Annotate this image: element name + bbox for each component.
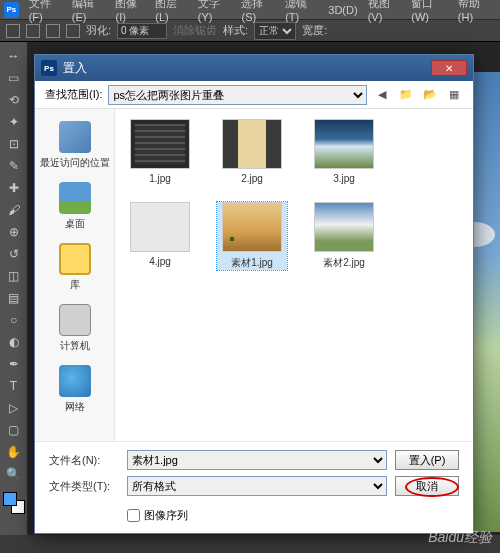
color-swatches[interactable]: [3, 492, 25, 514]
antialias-label: 消除锯齿: [173, 23, 217, 38]
filename-select[interactable]: 素材1.jpg: [127, 450, 387, 470]
file-item[interactable]: 2.jpg: [217, 119, 287, 184]
marquee-icon[interactable]: [6, 24, 20, 38]
menu-window[interactable]: 窗口(W): [407, 0, 451, 25]
heal-tool[interactable]: ✚: [3, 178, 25, 198]
fg-color[interactable]: [3, 492, 17, 506]
library-icon: [59, 243, 91, 275]
blur-tool[interactable]: ○: [3, 310, 25, 330]
cancel-button[interactable]: 取消: [395, 476, 459, 496]
gradient-tool[interactable]: ▤: [3, 288, 25, 308]
menu-file[interactable]: 文件(F): [25, 0, 66, 25]
eraser-tool[interactable]: ◫: [3, 266, 25, 286]
network-icon: [59, 365, 91, 397]
pen-tool[interactable]: ✒: [3, 354, 25, 374]
type-tool[interactable]: T: [3, 376, 25, 396]
file-item[interactable]: 3.jpg: [309, 119, 379, 184]
feather-label: 羽化:: [86, 23, 111, 38]
stamp-tool[interactable]: ⊕: [3, 222, 25, 242]
filetype-label: 文件类型(T):: [49, 479, 119, 494]
place-computer[interactable]: 计算机: [40, 300, 110, 357]
newfolder-icon[interactable]: 📂: [421, 86, 439, 104]
thumb-icon: [314, 119, 374, 169]
recent-icon: [59, 121, 91, 153]
zoom-tool[interactable]: 🔍: [3, 464, 25, 484]
brush-tool[interactable]: 🖌: [3, 200, 25, 220]
dialog-title: 置入: [63, 60, 431, 77]
lasso-tool[interactable]: ⟲: [3, 90, 25, 110]
ps-logo: Ps: [4, 2, 19, 18]
sequence-checkbox[interactable]: [127, 509, 140, 522]
lookin-select[interactable]: ps怎么把两张图片重叠: [108, 85, 367, 105]
filetype-select[interactable]: 所有格式: [127, 476, 387, 496]
wand-tool[interactable]: ✦: [3, 112, 25, 132]
close-button[interactable]: ✕: [431, 60, 467, 76]
sequence-label: 图像序列: [144, 508, 188, 523]
dialog-titlebar[interactable]: Ps 置入 ✕: [35, 55, 473, 81]
filename-label: 文件名(N):: [49, 453, 119, 468]
hand-tool[interactable]: ✋: [3, 442, 25, 462]
place-recent[interactable]: 最近访问的位置: [40, 117, 110, 174]
menu-image[interactable]: 图像(I): [111, 0, 149, 25]
path-tool[interactable]: ▷: [3, 398, 25, 418]
tools-panel: ↔ ▭ ⟲ ✦ ⊡ ✎ ✚ 🖌 ⊕ ↺ ◫ ▤ ○ ◐ ✒ T ▷ ▢ ✋ 🔍: [0, 42, 28, 535]
file-item[interactable]: 4.jpg: [125, 202, 195, 270]
back-icon[interactable]: ◀: [373, 86, 391, 104]
dialog-bottom: 文件名(N): 素材1.jpg 置入(P) 文件类型(T): 所有格式 取消 图…: [35, 441, 473, 533]
thumb-icon: [130, 119, 190, 169]
preset-icon[interactable]: [26, 24, 40, 38]
file-item-selected[interactable]: 素材1.jpg: [217, 202, 287, 270]
desktop-icon: [59, 182, 91, 214]
place-library[interactable]: 库: [40, 239, 110, 296]
move-tool[interactable]: ↔: [3, 46, 25, 66]
places-bar: 最近访问的位置 桌面 库 计算机 网络: [35, 109, 115, 441]
place-dialog: Ps 置入 ✕ 查找范围(I): ps怎么把两张图片重叠 ◀ 📁 📂 ▦ 最近访…: [34, 54, 474, 534]
width-label: 宽度:: [302, 23, 327, 38]
lookin-label: 查找范围(I):: [45, 87, 102, 102]
file-item[interactable]: 1.jpg: [125, 119, 195, 184]
preset2-icon[interactable]: [46, 24, 60, 38]
menubar: Ps 文件(F) 编辑(E) 图像(I) 图层(L) 文字(Y) 选择(S) 滤…: [0, 0, 500, 20]
style-select[interactable]: 正常: [254, 22, 296, 40]
computer-icon: [59, 304, 91, 336]
view-icon[interactable]: ▦: [445, 86, 463, 104]
style-label: 样式:: [223, 23, 248, 38]
menu-type[interactable]: 文字(Y): [194, 0, 236, 25]
thumb-icon: [222, 119, 282, 169]
history-tool[interactable]: ↺: [3, 244, 25, 264]
place-network[interactable]: 网络: [40, 361, 110, 418]
file-item[interactable]: 素材2.jpg: [309, 202, 379, 270]
up-icon[interactable]: 📁: [397, 86, 415, 104]
menu-help[interactable]: 帮助(H): [454, 0, 496, 25]
thumb-icon: [130, 202, 190, 252]
ps-small-icon: Ps: [41, 60, 57, 76]
crop-tool[interactable]: ⊡: [3, 134, 25, 154]
eyedropper-tool[interactable]: ✎: [3, 156, 25, 176]
feather-input[interactable]: [117, 23, 167, 39]
menu-edit[interactable]: 编辑(E): [68, 0, 110, 25]
shape-tool[interactable]: ▢: [3, 420, 25, 440]
menu-layer[interactable]: 图层(L): [151, 0, 192, 25]
dodge-tool[interactable]: ◐: [3, 332, 25, 352]
place-button[interactable]: 置入(P): [395, 450, 459, 470]
menu-view[interactable]: 视图(V): [364, 0, 406, 25]
menu-3d[interactable]: 3D(D): [324, 2, 361, 18]
lookin-row: 查找范围(I): ps怎么把两张图片重叠 ◀ 📁 📂 ▦: [35, 81, 473, 109]
place-desktop[interactable]: 桌面: [40, 178, 110, 235]
preset3-icon[interactable]: [66, 24, 80, 38]
thumb-icon: [314, 202, 374, 252]
file-list[interactable]: 1.jpg 2.jpg 3.jpg 4.jpg 素材1.jpg 素材2.jpg: [115, 109, 473, 441]
thumb-icon: [222, 202, 282, 252]
marquee-tool[interactable]: ▭: [3, 68, 25, 88]
